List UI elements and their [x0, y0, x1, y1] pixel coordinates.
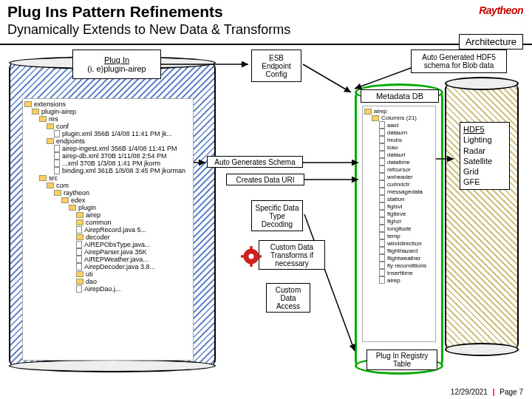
folder-icon — [61, 197, 69, 203]
auto-hdf5-box: Auto Generated HDF5 schema for Blob data — [411, 50, 507, 73]
column-item: hrobs — [364, 136, 434, 143]
hdf5-item: Radar — [463, 146, 506, 156]
tree-label: airep-db.xml 370B 1/11/08 2:54 PM — [62, 152, 167, 160]
column-icon — [379, 247, 385, 254]
tree-item: binding.xml 361B 1/8/08 3:45 PM jkorman — [24, 167, 191, 174]
page-title: Plug Ins Pattern Refinements — [7, 3, 525, 21]
column-label: fly reconditions — [387, 262, 426, 269]
column-label: flgtsvl — [387, 203, 402, 210]
column-icon — [379, 225, 385, 232]
tree-item: com — [24, 182, 191, 189]
tree-item: ...xml 370B 1/3/08 1:41 PM jkorm — [24, 160, 191, 167]
column-icon — [379, 210, 385, 217]
column-icon — [379, 276, 385, 284]
column-item: wxheader — [364, 173, 434, 180]
file-tree-left: extensionsplugin-airepresconfplugin.xml … — [22, 98, 194, 361]
tree-item: plugin — [24, 204, 191, 211]
svg-rect-5 — [257, 255, 262, 258]
raytheon-logo: Raytheon — [479, 4, 523, 16]
tree-item: AirepParser.java 35K — [24, 248, 191, 256]
column-icon — [379, 254, 385, 262]
tree-item: AirepRecord.java 5... — [24, 226, 191, 233]
tree-label: src — [49, 174, 58, 182]
tree-item: AIREPWeather.java... — [24, 256, 191, 263]
folder-icon — [76, 212, 83, 218]
column-label: airep — [387, 277, 400, 284]
column-label: datatime — [387, 159, 410, 166]
tree-label: edex — [71, 197, 86, 204]
footer-date: 12/29/2021 — [451, 388, 488, 396]
tree-label: conf — [56, 123, 69, 130]
column-item: airep — [364, 276, 434, 284]
tree-label: res — [49, 115, 58, 123]
column-label: flighthazard — [387, 248, 417, 254]
architecture-label: Architecture — [459, 34, 523, 50]
tree-label: extensions — [34, 100, 66, 108]
column-label: datauri — [387, 151, 405, 158]
column-tree-right: airepColumns (21)aaiddataurnhrobsicaodat… — [362, 106, 436, 342]
column-item: icao — [364, 143, 434, 151]
hdf5-title: HDF5 — [463, 124, 506, 134]
column-label: temp — [387, 233, 400, 239]
column-icon — [379, 173, 385, 180]
folder-icon — [24, 101, 32, 107]
column-label: flightweather — [387, 255, 420, 262]
specific-decoding-box: Specific Data Type Decoding — [251, 200, 303, 231]
creates-data-uri-box: Creates Data URI — [226, 174, 304, 185]
tree-item: common — [24, 219, 191, 226]
folder-icon — [76, 234, 83, 240]
column-item: station — [364, 195, 434, 202]
tree-label: AirepDao.j... — [84, 285, 121, 293]
column-label: aaid — [387, 122, 398, 129]
metadata-db-label: Metadata DB — [361, 89, 439, 103]
column-label: corindctr — [387, 181, 410, 188]
column-label: dataurn — [387, 129, 407, 136]
file-icon — [54, 130, 60, 137]
tree-item: raytheon — [24, 189, 191, 197]
tree-item: AirepDecoder.java 3.8... — [24, 263, 191, 270]
tree-item: AirepDao.j... — [24, 285, 191, 293]
svg-point-1 — [249, 254, 254, 259]
tree-label: uti — [86, 270, 93, 278]
tree-label: AirepRecord.java 5... — [84, 226, 146, 233]
folder-icon — [32, 109, 39, 115]
tree-label: AIREPWeather.java... — [84, 256, 149, 263]
tree-label: plugin-airep — [41, 108, 76, 115]
column-label: refcursor — [387, 166, 411, 173]
column-icon — [379, 232, 385, 239]
tree-label: Columns (21) — [381, 115, 417, 121]
tree-item: uti — [24, 270, 191, 278]
hdf5-item: GFE — [463, 177, 506, 187]
column-item: inserttime — [364, 269, 434, 276]
file-icon — [54, 152, 60, 160]
plugin-title: Plug In — [104, 55, 129, 64]
tree-label: AirepDecoder.java 3.8... — [84, 263, 155, 270]
column-icon — [379, 136, 385, 143]
column-icon — [379, 195, 385, 202]
folder-icon — [47, 183, 54, 188]
footer: 12/29/2021 | Page 7 — [451, 388, 523, 396]
tree-label: common — [86, 219, 112, 226]
column-item: datauri — [364, 151, 434, 158]
svg-line-7 — [303, 64, 351, 92]
tree-item: dao — [24, 278, 191, 285]
column-icon — [379, 143, 385, 151]
hdf5-item: Grid — [463, 166, 506, 177]
tree-label: decoder — [86, 233, 110, 241]
column-label: winddirection — [387, 240, 422, 247]
column-item: longitude — [364, 225, 434, 232]
file-icon — [54, 160, 60, 167]
column-item: corindctr — [364, 180, 434, 188]
tree-item: res — [24, 115, 191, 123]
column-icon — [379, 121, 385, 129]
column-item: flightweather — [364, 254, 434, 262]
column-icon — [379, 180, 385, 188]
tree-label: binding.xml 361B 1/8/08 3:45 PM jkorman — [62, 167, 185, 174]
file-icon — [76, 263, 82, 270]
folder-icon — [69, 205, 76, 211]
column-label: icao — [387, 144, 398, 151]
tree-item: endpoints — [24, 137, 191, 145]
column-icon — [379, 269, 385, 276]
folder-icon — [76, 279, 83, 284]
tree-label: dao — [86, 278, 97, 285]
